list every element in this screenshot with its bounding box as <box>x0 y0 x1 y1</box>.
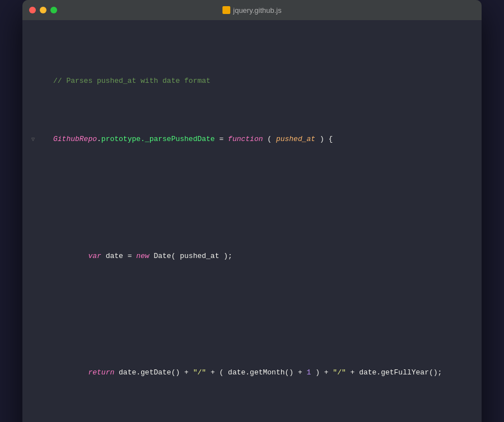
code-line-1: // Parses pushed_at with date format <box>53 76 470 87</box>
titlebar: jquery.github.js <box>22 0 482 20</box>
maximize-button[interactable] <box>50 7 57 13</box>
code-plain3: ) { <box>315 134 333 146</box>
code-new: new <box>136 251 149 262</box>
traffic-lights <box>29 7 57 13</box>
code-editor[interactable]: // Parses pushed_at with date format ▽ G… <box>22 20 482 422</box>
code-return-kw: return <box>88 367 114 379</box>
code-prototype: GithubRepo <box>53 134 97 146</box>
code-content[interactable]: // Parses pushed_at with date format ▽ G… <box>22 27 482 422</box>
code-comment: // Parses pushed_at with date format <box>53 76 211 87</box>
code-string-slash2: "/" <box>333 367 346 379</box>
code-plain: . <box>97 134 101 146</box>
code-plain2: ( <box>263 134 276 146</box>
code-method: prototype._parsePushedDate <box>101 134 215 146</box>
code-num: 1 <box>307 367 311 379</box>
code-line-3 <box>53 193 470 204</box>
code-param: pushed_at <box>276 134 315 146</box>
code-keyword-function: function <box>228 134 263 146</box>
code-line-6: return date.getDate() + "/" + ( date.get… <box>53 367 470 379</box>
code-string-slash: "/" <box>193 367 206 379</box>
close-button[interactable] <box>29 7 36 13</box>
code-operator: = <box>215 134 228 146</box>
code-line-4: var date = new Date( pushed_at ); <box>53 251 470 262</box>
minimize-button[interactable] <box>40 7 46 13</box>
code-line-2: ▽ GithubRepo.prototype._parsePushedDate … <box>53 134 470 146</box>
fold-icon[interactable]: ▽ <box>30 135 36 144</box>
code-var: var <box>88 251 101 262</box>
editor-window: jquery.github.js // Parses pushed_at wit… <box>22 0 482 422</box>
window-title: jquery.github.js <box>222 6 281 15</box>
code-line-5 <box>53 309 470 321</box>
title-text: jquery.github.js <box>233 6 281 15</box>
